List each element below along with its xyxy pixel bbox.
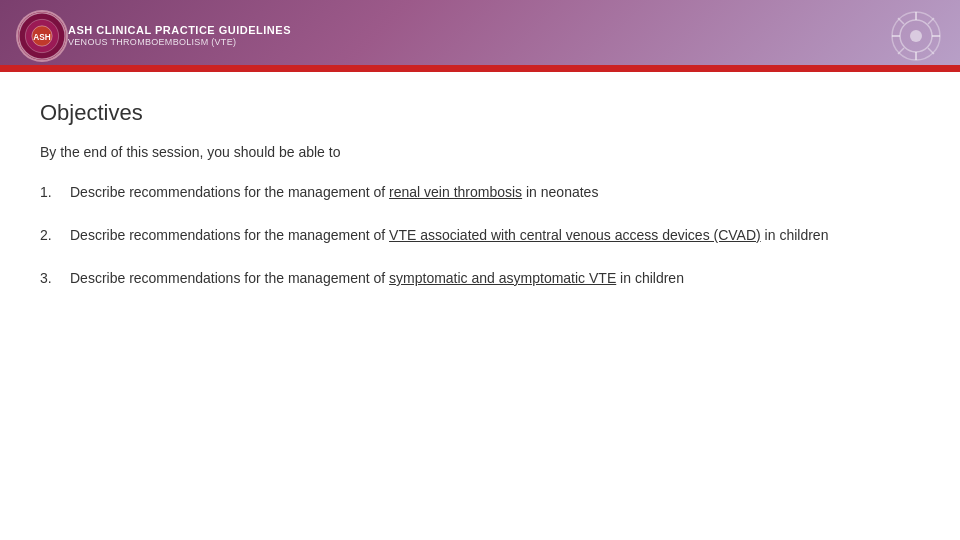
header: ASH ASH CLINICAL PRACTICE GUIDELINES VEN… — [0, 0, 960, 72]
objectives-list: 1. Describe recommendations for the mana… — [40, 182, 920, 289]
underline-symptomatic: symptomatic and asymptomatic VTE — [389, 270, 616, 286]
svg-line-13 — [928, 18, 934, 24]
header-title-sub: VENOUS THROMBOEMBOLISM (VTE) — [68, 37, 291, 49]
red-bottom-bar — [0, 65, 960, 72]
list-text-1: Describe recommendations for the managem… — [70, 182, 920, 203]
svg-line-11 — [898, 18, 904, 24]
svg-line-14 — [898, 48, 904, 54]
header-text: ASH CLINICAL PRACTICE GUIDELINES VENOUS … — [68, 23, 291, 49]
list-item: 3. Describe recommendations for the mana… — [40, 268, 920, 289]
page-title: Objectives — [40, 100, 920, 126]
header-title-main: ASH CLINICAL PRACTICE GUIDELINES — [68, 23, 291, 37]
underline-renal-vein: renal vein thrombosis — [389, 184, 522, 200]
list-number-3: 3. — [40, 268, 70, 289]
ash-logo: ASH — [16, 10, 68, 62]
list-item: 2. Describe recommendations for the mana… — [40, 225, 920, 246]
list-item: 1. Describe recommendations for the mana… — [40, 182, 920, 203]
svg-text:ASH: ASH — [33, 32, 51, 42]
list-number-2: 2. — [40, 225, 70, 246]
main-content: Objectives By the end of this session, y… — [0, 72, 960, 331]
svg-line-12 — [928, 48, 934, 54]
corner-decorative-icon — [890, 10, 942, 62]
intro-text: By the end of this session, you should b… — [40, 144, 920, 160]
underline-cvad: VTE associated with central venous acces… — [389, 227, 761, 243]
list-number-1: 1. — [40, 182, 70, 203]
list-text-2: Describe recommendations for the managem… — [70, 225, 920, 246]
list-text-3: Describe recommendations for the managem… — [70, 268, 920, 289]
svg-point-6 — [910, 30, 922, 42]
